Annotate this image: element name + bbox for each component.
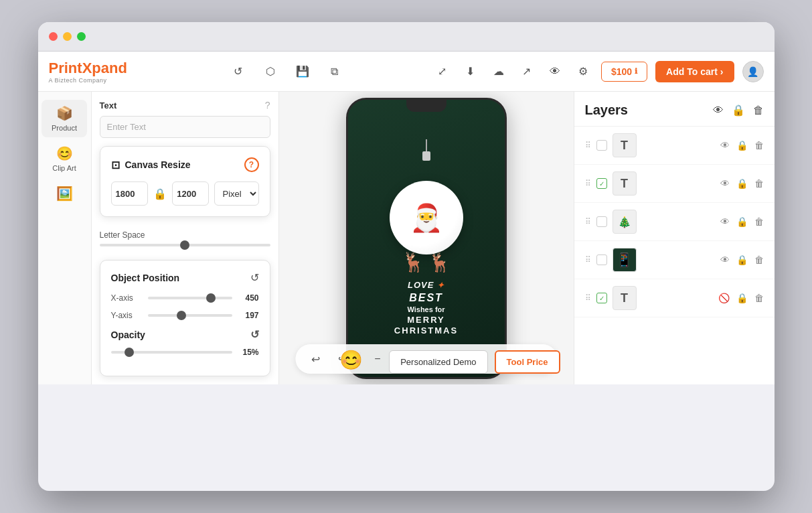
layers-icon[interactable]: ⬡	[260, 62, 280, 82]
drag-handle-icon: ⠿	[585, 141, 591, 150]
logo-text-before: Print	[49, 60, 82, 76]
cloud-save-icon[interactable]: ☁	[489, 62, 509, 82]
layer-lock-icon[interactable]: 🔒	[736, 293, 748, 303]
undo-button[interactable]: ↩	[306, 350, 325, 368]
expand-icon[interactable]: ⤢	[432, 62, 453, 82]
width-input[interactable]	[112, 189, 149, 199]
layer-checkbox[interactable]	[596, 254, 607, 265]
layer-eye-icon[interactable]: 👁	[720, 178, 730, 189]
object-position-reset-icon[interactable]: ↺	[250, 271, 259, 284]
unit-select[interactable]: Pixel Inch MM CM	[214, 181, 259, 206]
letter-space-thumb[interactable]	[180, 240, 189, 250]
layer-delete-icon[interactable]: 🗑	[754, 293, 764, 303]
minimize-button[interactable]	[63, 32, 72, 41]
zoom-out-button[interactable]: −	[368, 350, 387, 368]
maximize-button[interactable]	[77, 32, 86, 41]
opacity-row: 15%	[111, 348, 259, 357]
layer-row[interactable]: ⠿ ✓ T 👁 🔒 🗑	[574, 165, 775, 203]
user-avatar-button[interactable]: 👤	[742, 61, 764, 82]
opacity-slider[interactable]	[111, 351, 232, 354]
layers-visibility-icon[interactable]: 👁	[713, 104, 724, 117]
phone-mockup: 🎅 🦌 🦌 LOVE ✦	[346, 98, 507, 379]
canvas-help-icon[interactable]: ?	[244, 157, 259, 172]
logo-text-after: pand	[92, 60, 127, 76]
letter-space-label: Letter Space	[100, 230, 270, 240]
duplicate-icon[interactable]: ⧉	[325, 62, 345, 82]
layer-lock-icon[interactable]: 🔒	[736, 178, 748, 189]
layer-row[interactable]: ⠿ ✓ T 🚫 🔒 🗑	[574, 279, 775, 317]
layer-actions: 👁 🔒 🗑	[720, 178, 764, 189]
santa-emoji: 🎅	[410, 202, 443, 233]
save-icon[interactable]: 💾	[293, 62, 313, 82]
drag-handle-icon: ⠿	[585, 293, 591, 303]
canvas-area: 🎅 🦌 🦌 LOVE ✦	[279, 92, 574, 384]
browser-titlebar	[38, 22, 775, 52]
text-help-icon[interactable]: ?	[265, 100, 270, 111]
layer-lock-icon[interactable]: 🔒	[736, 216, 748, 227]
settings-icon[interactable]: ⚙	[573, 62, 593, 82]
y-axis-thumb[interactable]	[177, 311, 186, 320]
layer-delete-icon[interactable]: 🗑	[754, 140, 764, 151]
smiley-icon[interactable]: 😊	[339, 349, 363, 371]
opacity-reset-icon[interactable]: ↺	[250, 328, 259, 341]
opacity-label: Opacity	[111, 329, 145, 340]
text-section-title: Text	[100, 100, 117, 111]
layer-lock-icon[interactable]: 🔒	[736, 140, 748, 151]
image-icon: 🖼️	[56, 186, 73, 202]
layer-eye-icon[interactable]: 👁	[720, 140, 730, 151]
x-axis-thumb[interactable]	[206, 293, 216, 303]
eye-icon[interactable]: 👁	[545, 62, 565, 82]
layer-row[interactable]: ⠿ T 👁 🔒 🗑	[574, 127, 775, 165]
layer-row[interactable]: ⠿ 📱 👁 🔒 🗑	[574, 241, 775, 279]
clipart-icon: 😊	[56, 145, 73, 161]
layer-checkbox[interactable]: ✓	[596, 178, 607, 189]
price-button[interactable]: $100 ℹ	[601, 62, 647, 82]
sidebar-item-product[interactable]: 📦 Product	[42, 100, 87, 137]
love-line: LOVE ✦	[394, 280, 458, 291]
sidebar-label-clipart: Clip Art	[52, 164, 76, 172]
layer-delete-icon[interactable]: 🗑	[754, 178, 764, 189]
layer-eye-icon[interactable]: 👁	[720, 216, 730, 227]
download-icon[interactable]: ⬇	[461, 62, 481, 82]
layer-checkbox[interactable]: ✓	[596, 293, 607, 303]
drag-handle-icon: ⠿	[585, 179, 591, 188]
y-axis-slider[interactable]	[148, 314, 232, 317]
y-axis-label: Y-axis	[111, 311, 141, 320]
personalized-demo-button[interactable]: Personalized Demo	[389, 350, 487, 374]
letter-space-slider[interactable]	[100, 244, 270, 246]
tool-price-button[interactable]: Tool Price	[495, 350, 560, 374]
opacity-thumb[interactable]	[125, 348, 134, 357]
layer-eye-icon[interactable]: 👁	[720, 254, 730, 265]
sidebar-item-image[interactable]: 🖼️	[42, 180, 87, 207]
price-info-icon: ℹ	[635, 67, 637, 76]
sidebar-item-clipart[interactable]: 😊 Clip Art	[42, 140, 87, 177]
text-input[interactable]: Enter Text	[100, 116, 270, 138]
merry-line: MERRY	[394, 315, 458, 326]
height-input[interactable]	[173, 189, 208, 199]
logo: PrintXpand A Biztech Company	[49, 60, 127, 84]
aspect-lock-icon[interactable]: 🔒	[153, 184, 167, 203]
y-axis-row: Y-axis 197	[111, 311, 259, 320]
layer-actions: 👁 🔒 🗑	[720, 254, 764, 265]
layer-checkbox[interactable]	[596, 216, 607, 227]
layers-trash-icon[interactable]: 🗑	[753, 104, 764, 117]
opacity-section: Opacity ↺	[111, 328, 259, 341]
refresh-icon[interactable]: ↺	[228, 62, 248, 82]
close-button[interactable]	[49, 32, 58, 41]
layer-checkbox[interactable]	[596, 140, 607, 151]
layer-eye-hidden-icon[interactable]: 🚫	[718, 293, 730, 303]
ornament-circle: 🎅	[390, 181, 463, 254]
object-position-title: Object Position	[111, 273, 180, 283]
x-axis-slider[interactable]	[148, 297, 232, 299]
layer-lock-icon[interactable]: 🔒	[736, 254, 748, 265]
layer-delete-icon[interactable]: 🗑	[754, 254, 764, 265]
add-to-cart-button[interactable]: Add To cart ›	[655, 61, 734, 82]
object-position-panel: Object Position ↺ X-axis 450 Y-axis	[100, 260, 270, 376]
layers-title: Layers	[585, 102, 713, 118]
share-icon[interactable]: ↗	[517, 62, 537, 82]
layers-lock-icon[interactable]: 🔒	[732, 104, 745, 117]
layer-thumbnail: 🎄	[613, 210, 637, 234]
layer-row[interactable]: ⠿ 🎄 👁 🔒 🗑	[574, 203, 775, 241]
ornament-string	[426, 139, 427, 151]
layer-delete-icon[interactable]: 🗑	[754, 216, 764, 227]
